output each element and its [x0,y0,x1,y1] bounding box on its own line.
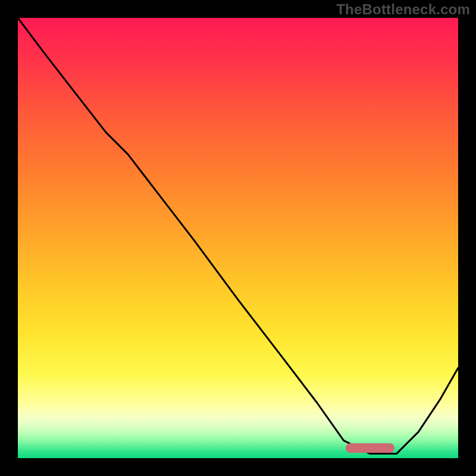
plot-area [18,18,458,458]
optimal-range-marker [346,443,394,453]
chart-container: TheBottleneck.com [0,0,476,476]
bottleneck-curve [18,18,458,458]
attribution-text: TheBottleneck.com [336,1,470,18]
